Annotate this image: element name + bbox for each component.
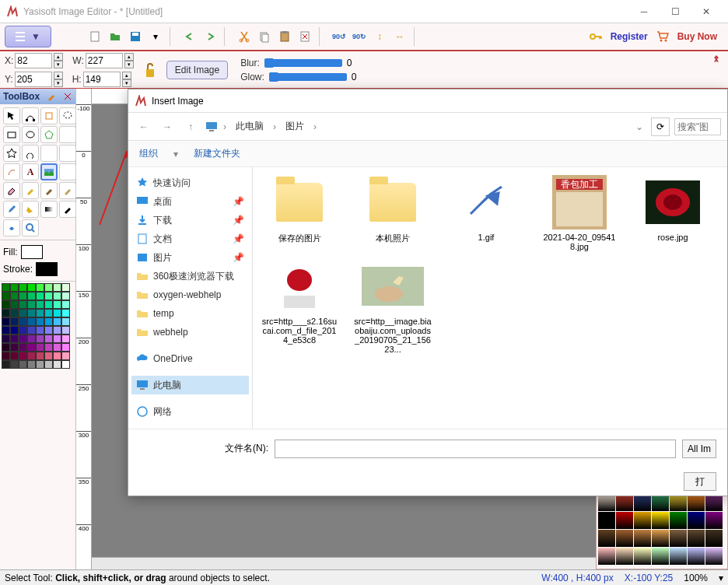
pencil-tool[interactable] [22, 182, 39, 199]
palette-color[interactable] [27, 335, 36, 343]
palette-color[interactable] [19, 326, 27, 335]
blank-tool-3[interactable] [59, 163, 76, 180]
pattern-swatch[interactable] [670, 512, 687, 529]
palette-color[interactable] [10, 283, 19, 292]
pattern-swatch[interactable] [705, 548, 723, 565]
bucket-tool[interactable] [22, 201, 39, 218]
blank-tool-2[interactable] [59, 145, 76, 162]
palette-color[interactable] [44, 317, 53, 326]
star-tool[interactable] [3, 145, 20, 162]
lasso-tool[interactable] [59, 107, 76, 124]
palette-color[interactable] [44, 360, 53, 369]
rotate-right-button[interactable]: 90↻ [350, 27, 369, 46]
pattern-swatch[interactable] [688, 530, 705, 547]
palette-color[interactable] [27, 360, 36, 369]
zoom-tool[interactable] [22, 219, 39, 236]
palette-color[interactable] [61, 326, 70, 335]
palette-color[interactable] [19, 360, 27, 369]
sidebar-oxygen[interactable]: oxygen-webhelp [131, 285, 249, 304]
breadcrumb-thispc[interactable]: 此电脑 [231, 118, 268, 135]
palette-color[interactable] [44, 326, 53, 335]
pattern-swatch[interactable] [598, 494, 615, 511]
pattern-swatch[interactable] [616, 548, 633, 565]
select-tool[interactable] [3, 107, 20, 124]
palette-color[interactable] [2, 292, 10, 300]
delete-button[interactable] [296, 27, 314, 46]
palette-color[interactable] [19, 335, 27, 343]
palette-color[interactable] [19, 343, 27, 352]
palette-color[interactable] [2, 309, 10, 317]
lock-icon[interactable] [143, 61, 157, 79]
nav-forward-button[interactable]: → [158, 117, 177, 136]
palette-color[interactable] [61, 292, 70, 300]
palette-color[interactable] [10, 335, 19, 343]
palette-color[interactable] [36, 343, 44, 352]
pattern-swatch[interactable] [598, 530, 615, 547]
zoom-dropdown[interactable]: ▾ [719, 573, 723, 583]
newfolder-button[interactable]: 新建文件夹 [194, 147, 240, 160]
palette-color[interactable] [27, 352, 36, 360]
palette-color[interactable] [10, 360, 19, 369]
palette-color[interactable] [19, 352, 27, 360]
palette-color[interactable] [44, 343, 53, 352]
palette-color[interactable] [2, 352, 10, 360]
pattern-swatch[interactable] [616, 512, 633, 529]
pattern-swatch[interactable] [652, 548, 669, 565]
flip-horizontal-button[interactable]: ↔ [390, 27, 409, 46]
register-link[interactable]: Register [611, 31, 648, 42]
pattern-swatch[interactable] [688, 512, 705, 529]
pattern-swatch[interactable] [705, 512, 723, 529]
pattern-swatch[interactable] [688, 548, 705, 565]
palette-color[interactable] [36, 317, 44, 326]
flip-vertical-button[interactable]: ↕ [370, 27, 389, 46]
filter-dropdown[interactable]: All Im [682, 440, 716, 458]
cut-button[interactable] [235, 27, 254, 46]
open-file-button[interactable] [106, 27, 124, 46]
pen-tool[interactable] [3, 163, 20, 180]
palette-color[interactable] [53, 326, 61, 335]
pattern-swatch[interactable] [670, 548, 687, 565]
polygon-tool[interactable] [40, 126, 58, 143]
palette-color[interactable] [53, 309, 61, 317]
ellipse-tool[interactable] [22, 126, 39, 143]
palette-color[interactable] [61, 335, 70, 343]
sidebar-desktop[interactable]: 桌面📌 [131, 192, 249, 211]
maximize-button[interactable]: ☐ [660, 0, 691, 23]
file-src-sucai[interactable]: src=http___s2.16sucai.com_d_file_2014_e5… [261, 259, 338, 354]
file-camera-roll[interactable]: 本机照片 [354, 175, 432, 251]
x-input[interactable] [15, 53, 52, 68]
gradient-tool[interactable] [40, 201, 58, 218]
edit-image-button[interactable]: Edit Image [166, 61, 228, 79]
h-input[interactable] [83, 72, 121, 87]
pattern-swatch[interactable] [705, 494, 723, 511]
sidebar-temp[interactable]: temp [131, 304, 249, 323]
palette-color[interactable] [61, 283, 70, 292]
palette-color[interactable] [44, 335, 53, 343]
palette-color[interactable] [10, 343, 19, 352]
save-button[interactable] [126, 27, 145, 46]
sidebar-downloads[interactable]: 下载📌 [131, 211, 249, 229]
palette-color[interactable] [53, 352, 61, 360]
sidebar-pictures[interactable]: 图片📌 [131, 248, 249, 267]
file-src-biaobaiju[interactable]: src=http__image.biaobaiju.com_uploads_20… [354, 259, 432, 354]
palette-color[interactable] [10, 309, 19, 317]
palette-color[interactable] [36, 309, 44, 317]
filename-input[interactable] [275, 440, 676, 458]
brush2-tool[interactable] [40, 182, 58, 199]
image-tool[interactable] [40, 163, 58, 180]
pattern-swatch[interactable] [598, 548, 615, 565]
sidebar-quickaccess[interactable]: 快速访问 [131, 173, 249, 192]
heal-tool[interactable] [59, 182, 76, 199]
breadcrumb-pictures[interactable]: 图片 [281, 118, 309, 135]
paste-button[interactable] [275, 27, 294, 46]
y-input[interactable] [15, 72, 52, 87]
palette-color[interactable] [36, 326, 44, 335]
pattern-swatch[interactable] [688, 494, 705, 511]
palette-color[interactable] [61, 300, 70, 309]
pattern-swatch[interactable] [616, 530, 633, 547]
palette-color[interactable] [10, 326, 19, 335]
sidebar-onedrive[interactable]: OneDrive [131, 349, 249, 368]
buynow-link[interactable]: Buy Now [677, 31, 717, 42]
organize-button[interactable]: 组织 [139, 147, 158, 160]
palette-color[interactable] [19, 283, 27, 292]
